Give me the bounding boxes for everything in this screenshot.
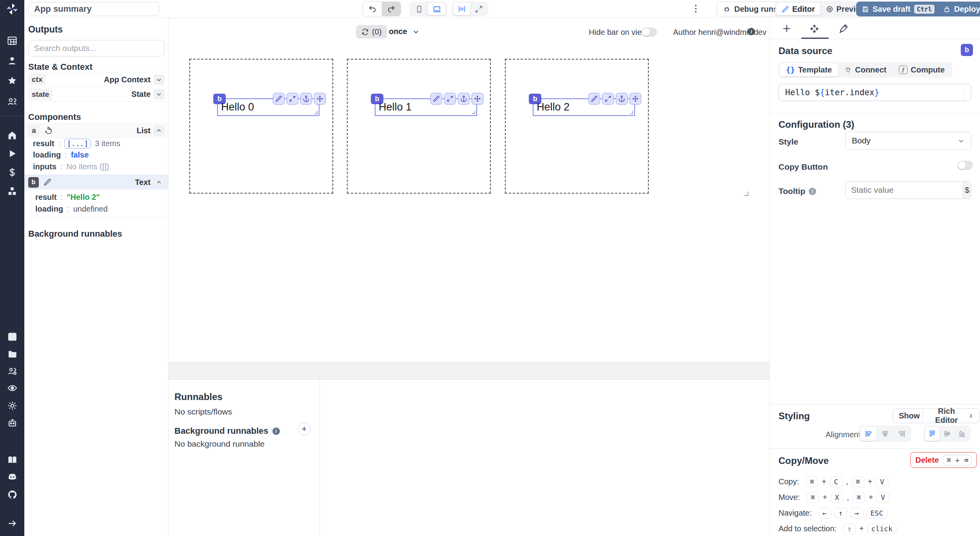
list-resize-handle[interactable] (744, 192, 748, 196)
runs-play-icon[interactable] (0, 147, 24, 160)
text-component[interactable]: b Hello 1 (375, 98, 477, 116)
align-right-icon[interactable] (893, 427, 910, 441)
search-outputs-input[interactable] (28, 40, 165, 56)
resize-handle[interactable] (472, 111, 475, 114)
chevron-up-icon[interactable] (154, 125, 164, 136)
schedules-calendar-icon[interactable] (0, 330, 24, 343)
anchor-icon[interactable] (300, 93, 312, 105)
text-component[interactable]: b Hello 2 (533, 98, 635, 116)
template-tab[interactable]: {} Template (780, 63, 838, 76)
mobile-view-button[interactable] (410, 3, 428, 15)
add-background-runnable-button[interactable]: + (298, 423, 310, 435)
selected-text-component[interactable]: b Hello 0 (217, 98, 319, 116)
styling-brush-tab[interactable] (837, 22, 850, 35)
info-icon[interactable]: i (272, 427, 280, 435)
chevron-down-icon[interactable] (154, 74, 164, 85)
github-icon[interactable] (0, 488, 24, 501)
star-icon[interactable] (0, 74, 24, 87)
a-result-row[interactable]: result : [...] 3 items (33, 139, 120, 148)
align-center-h-icon[interactable] (877, 427, 893, 441)
info-icon[interactable]: i (809, 188, 816, 195)
text-component-value[interactable]: Hello 2 (537, 101, 570, 113)
home-icon[interactable] (0, 129, 24, 142)
key: inputs (33, 162, 56, 171)
style-select[interactable]: Body (845, 132, 971, 150)
rich-editor-button[interactable]: Rich Editor (922, 408, 980, 423)
ctx-row[interactable]: ctx App Context (24, 72, 168, 87)
app-summary-input[interactable] (28, 2, 159, 16)
schedule-dropdown[interactable]: once (389, 27, 420, 36)
resize-handle[interactable] (630, 111, 633, 114)
edit-pencil-icon[interactable] (430, 93, 442, 105)
align-top-icon[interactable] (925, 427, 940, 441)
insert-component-tab[interactable] (780, 22, 793, 35)
author-info-icon[interactable]: i (748, 28, 755, 35)
delete-label: Delete (915, 456, 939, 465)
delete-button[interactable]: Delete ⌘ + ⌫ (910, 452, 977, 468)
editor-tab[interactable]: Editor (776, 3, 820, 15)
expand-icon[interactable] (287, 93, 298, 105)
center-content-button[interactable] (453, 3, 470, 15)
array-pill[interactable]: [...] (64, 139, 91, 148)
docs-book-icon[interactable] (0, 453, 24, 466)
folders-icon[interactable] (0, 347, 24, 360)
connect-dollar-button[interactable]: $ (963, 181, 971, 199)
refresh-runs-button[interactable]: (0) (356, 25, 387, 38)
component-b-row[interactable]: b Text (24, 175, 168, 190)
list-item[interactable]: b Hello 1 (347, 59, 491, 194)
settings-gear-icon[interactable] (0, 399, 24, 412)
align-bottom-icon[interactable] (955, 427, 969, 441)
debug-runs-button[interactable]: Debug runs (716, 2, 784, 16)
show-styling-button[interactable]: Show (893, 408, 926, 423)
audit-eye-icon[interactable] (0, 381, 24, 395)
state-row[interactable]: state State (24, 87, 168, 102)
list-item[interactable]: b Hello 2 (505, 59, 649, 194)
edit-pencil-icon[interactable] (273, 93, 285, 105)
redo-button[interactable] (382, 2, 401, 16)
resize-handle[interactable] (314, 111, 318, 114)
robot-icon[interactable] (0, 416, 24, 429)
apps-icon[interactable] (0, 34, 24, 47)
compute-tab[interactable]: ƒ Compute (893, 63, 951, 76)
runnables-panel: Runnables No scripts/flows Background ru… (169, 379, 769, 536)
undo-button[interactable] (363, 2, 382, 16)
hide-bar-toggle[interactable] (641, 27, 657, 37)
align-middle-icon[interactable] (940, 427, 955, 441)
collapse-arrow-icon[interactable] (0, 517, 24, 530)
copy-button-toggle[interactable] (957, 161, 973, 170)
expand-icon[interactable] (602, 93, 614, 105)
workers-icon[interactable] (0, 364, 24, 378)
more-menu-icon[interactable] (695, 5, 697, 13)
edit-pencil-icon[interactable] (588, 93, 600, 105)
align-left-icon[interactable] (860, 427, 877, 441)
user-icon[interactable] (0, 54, 24, 67)
pencil-icon[interactable] (44, 178, 51, 186)
list-item[interactable]: b Hello 0 (189, 59, 333, 194)
move-icon[interactable] (472, 93, 483, 105)
component-a-type: List (136, 126, 151, 135)
connect-tab[interactable]: Connect (838, 63, 893, 76)
chevron-down-icon[interactable] (154, 89, 164, 100)
expand-icon[interactable] (444, 93, 456, 105)
text-component-value[interactable]: Hello 0 (221, 101, 254, 113)
component-a-row[interactable]: a List (24, 123, 168, 138)
deploy-button[interactable]: Deploy (938, 2, 980, 16)
desktop-view-button[interactable] (428, 3, 446, 15)
move-icon[interactable] (314, 93, 326, 105)
chevron-up-icon[interactable] (154, 177, 164, 188)
tooltip-label-group: Tooltip i (779, 187, 816, 196)
anchor-icon[interactable] (616, 93, 628, 105)
text-component-value[interactable]: Hello 1 (379, 101, 412, 113)
move-icon[interactable] (630, 93, 641, 105)
discord-icon[interactable] (0, 470, 24, 483)
template-input[interactable]: Hello ${iter.index} (779, 84, 971, 101)
users-icon[interactable] (0, 95, 24, 108)
component-settings-tab[interactable] (808, 22, 821, 35)
plug-icon (844, 66, 852, 74)
windmill-logo[interactable] (0, 2, 24, 16)
fullscreen-button[interactable] (470, 3, 487, 15)
variables-dollar-icon[interactable] (0, 166, 24, 179)
tooltip-input[interactable] (846, 185, 963, 195)
resources-cubes-icon[interactable] (0, 185, 24, 198)
anchor-icon[interactable] (458, 93, 470, 105)
